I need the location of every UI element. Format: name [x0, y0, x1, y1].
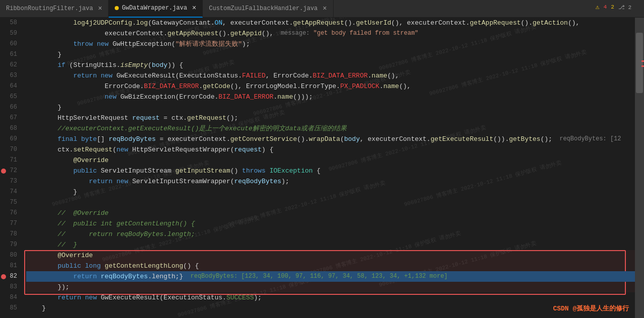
line-num-63: 63	[0, 70, 20, 81]
tab-label: CustomZuulFallbackHandler.java	[209, 5, 317, 12]
code-area: 58 59 60 61 62 63 64 65 66 67 68 69 70 7…	[0, 18, 644, 318]
line-num-68: 68	[0, 123, 20, 134]
scrollbar-thumb[interactable]	[636, 33, 643, 93]
line-num-65: 65	[0, 92, 20, 102]
code-line-75	[26, 197, 635, 208]
line-num-64: 64	[0, 81, 20, 92]
code-line-78: // return reqBodyBytes.length;	[26, 229, 635, 240]
line-num-75: 75	[0, 197, 20, 208]
code-line-79: // }	[26, 240, 635, 250]
tab-custom-zuul[interactable]: CustomZuulFallbackHandler.java ×	[203, 0, 333, 18]
line-numbers: 58 59 60 61 62 63 64 65 66 67 68 69 70 7…	[0, 18, 24, 318]
line-num-73: 73	[0, 176, 20, 187]
code-line-69: final byte[] reqBodyBytes = executer​Con…	[26, 134, 635, 144]
code-line-61: }	[26, 49, 635, 60]
code-line-85: }	[26, 303, 635, 313]
code-line-59: executer​Context.getAppRequest().getAppi…	[26, 28, 635, 39]
close-icon[interactable]: ×	[98, 5, 102, 13]
editor-top-icons: ⚠ 4 2 ⎇ 2	[596, 3, 631, 11]
code-line-80: @Override	[26, 250, 635, 261]
line-num-71: 71	[0, 155, 20, 166]
git-icon: ⎇ 2	[618, 4, 631, 11]
code-line-82: return reqBodyBytes.length;} reqBodyByte…	[26, 271, 635, 282]
line-num-77: 77	[0, 218, 20, 229]
close-icon[interactable]: ×	[323, 5, 327, 13]
code-line-70: ctx.setRequest(new HttpServletRequestWra…	[26, 144, 635, 155]
code-line-83: });	[26, 282, 635, 292]
right-scrollbar[interactable]	[635, 18, 644, 318]
tab-label: GwDataWrapper.java	[122, 5, 187, 12]
code-line-74: }	[26, 187, 635, 197]
line-num-62: 62	[0, 60, 20, 70]
code-line-60: throw new GwHttpException("解析请求流数据失败");	[26, 39, 635, 49]
debug-breakpoint-82	[1, 274, 6, 279]
line-num-76: 76	[0, 208, 20, 218]
code-line-72: public ServletInputStream getInputStream…	[26, 166, 635, 176]
line-num-78: 78	[0, 229, 20, 240]
editor-container: RibbonRoutingFilter.java × GwDataWrapper…	[0, 0, 644, 318]
tab-label: RibbonRoutingFilter.java	[6, 5, 93, 12]
code-content[interactable]: 906927806 博客博主 2022-10-12 11:18 保护版权 请勿外…	[24, 18, 635, 318]
code-line-84: return new GwExecuteResult(ExecutionStat…	[26, 292, 635, 303]
code-line-58: log4j2UDPConfig.log(GatewayConstant.ON, …	[26, 18, 635, 28]
line-num-84: 84	[0, 292, 20, 303]
tab-ribbon-routing[interactable]: RibbonRoutingFilter.java ×	[0, 0, 109, 18]
code-line-73: return new ServletInputStreamWrapper(req…	[26, 176, 635, 187]
line-num-74: 74	[0, 187, 20, 197]
line-num-83: 83	[0, 282, 20, 292]
code-line-65: new GwBizException(ErrorCode.BIZ_DATA_ER…	[26, 92, 635, 102]
error-marker	[641, 60, 644, 62]
code-line-76: // @Override	[26, 208, 635, 218]
line-num-66: 66	[0, 102, 20, 113]
line-num-58: 58	[0, 18, 20, 28]
error-count: 4	[604, 4, 607, 10]
code-line-68: //executer​Context.getExecuteResult()是上一…	[26, 123, 635, 134]
tab-gw-data-wrapper[interactable]: GwDataWrapper.java ×	[109, 0, 203, 18]
line-num-85: 85	[0, 303, 20, 313]
error-marker	[641, 65, 644, 67]
warning-icon: ⚠	[596, 3, 600, 11]
line-num-69: 69	[0, 134, 20, 144]
modified-dot	[115, 6, 119, 10]
close-icon[interactable]: ×	[192, 4, 196, 12]
warn-count: 2	[611, 4, 614, 10]
code-line-71: @Override	[26, 155, 635, 166]
code-line-66: }	[26, 102, 635, 113]
line-num-70: 70	[0, 144, 20, 155]
code-line-63: return new GwExecuteResult(ExecutionStat…	[26, 70, 635, 81]
code-line-77: // public int getContentLength() {	[26, 218, 635, 229]
code-line-64: ErrorCode.BIZ_DATA_ERROR.getCode(), Erro…	[26, 81, 635, 92]
line-num-82: 82	[0, 271, 20, 282]
line-num-81: 81	[0, 261, 20, 271]
line-num-59: 59	[0, 28, 20, 39]
debug-breakpoint-72	[1, 169, 6, 174]
code-line-67: HttpServletRequest request = ctx.getRequ…	[26, 113, 635, 123]
line-num-79: 79	[0, 240, 20, 250]
line-num-60: 60	[0, 39, 20, 49]
code-line-62: if (StringUtils.isEmpty(body)) {	[26, 60, 635, 70]
code-line-81: public long getContentLengthLong() {	[26, 261, 635, 271]
line-num-61: 61	[0, 49, 20, 60]
line-num-67: 67	[0, 113, 20, 123]
tab-bar: RibbonRoutingFilter.java × GwDataWrapper…	[0, 0, 644, 18]
line-num-72: 72	[0, 166, 20, 176]
line-num-80: 80	[0, 250, 20, 261]
